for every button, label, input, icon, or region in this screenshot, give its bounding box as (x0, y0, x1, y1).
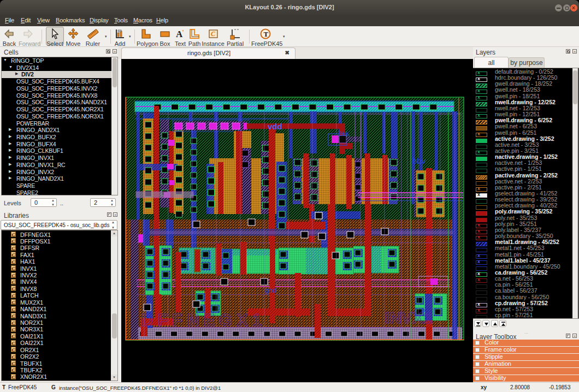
svg-text:A: A (176, 29, 183, 39)
svg-text:INVX1: INVX1 (385, 308, 433, 326)
svg-text:vdd: vdd (268, 122, 282, 131)
svg-text:DFFNEGX1: DFFNEGX1 (141, 311, 266, 330)
svg-text:CLK: CLK (338, 130, 350, 137)
svg-text:gnd: gnd (265, 286, 277, 294)
svg-text:T: T (264, 30, 269, 38)
svg-text:bbv: bbv (412, 156, 426, 165)
svg-text:C: C (211, 30, 216, 38)
